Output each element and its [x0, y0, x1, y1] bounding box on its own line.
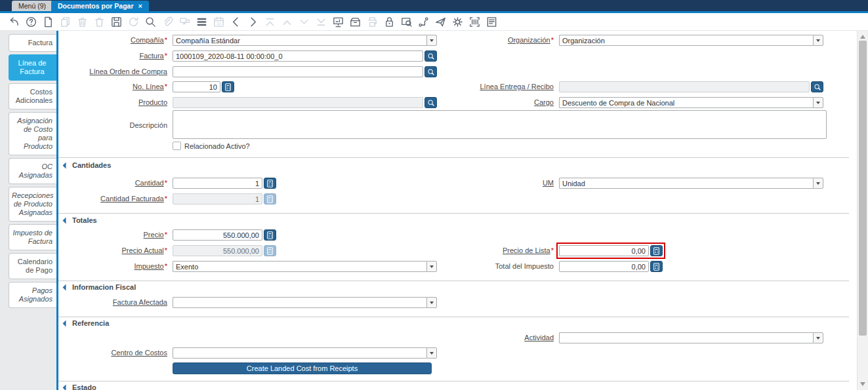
preferences-icon[interactable]	[449, 14, 466, 29]
vertical-scrollbar[interactable]	[857, 31, 868, 390]
chevron-down-icon[interactable]	[813, 332, 823, 343]
chevron-down-icon[interactable]	[813, 178, 823, 189]
relacionado-activo-checkbox[interactable]	[173, 142, 181, 150]
undo-icon[interactable]	[5, 14, 22, 29]
tab-documentos-por-pagar[interactable]: Documentos por Pagar ×	[51, 1, 149, 11]
producto-field-group	[173, 97, 437, 108]
help-icon[interactable]	[22, 14, 39, 29]
field-label-centro-de-costos: Centro de Costos	[58, 349, 167, 357]
linea-entrega-recibo-field-group	[559, 81, 823, 92]
sidebar-tab-linea-de-factura[interactable]: Línea de Factura	[9, 54, 56, 81]
field-label-cantidad-facturada: Cantidad Facturada*	[58, 195, 167, 203]
field-label-precio-de-lista: Precio de Lista*	[423, 246, 554, 254]
field-label-compania: Compañía*	[58, 36, 167, 44]
print-preview-icon[interactable]	[483, 14, 500, 29]
collapse-icon[interactable]	[63, 384, 70, 390]
section-informacion-fiscal[interactable]: Informacion Fiscal	[64, 283, 136, 291]
linea-orden-compra-input[interactable]	[173, 66, 423, 77]
section-referencia[interactable]: Referencia	[64, 319, 109, 327]
sidebar-tab-pagos-asignados[interactable]: Pagos Asignados	[9, 282, 56, 308]
sidebar-tab-costos-adicionales[interactable]: Costos Adicionales	[9, 83, 56, 109]
close-icon[interactable]: ×	[138, 2, 142, 10]
send-mail-icon[interactable]	[432, 14, 449, 29]
compania-input[interactable]	[173, 35, 426, 46]
attachment-icon	[159, 14, 176, 29]
field-label-factura-afectada: Factura Afectada	[58, 298, 167, 306]
calculator-button[interactable]	[650, 261, 663, 272]
organizacion-input[interactable]	[559, 35, 813, 46]
scroll-down-icon[interactable]	[860, 382, 865, 386]
um-input[interactable]	[559, 178, 813, 189]
chevron-down-icon[interactable]	[426, 297, 437, 308]
collapse-icon[interactable]	[63, 284, 70, 290]
section-estado[interactable]: Estado	[64, 383, 96, 390]
sidebar-tab-impuesto-de-factura[interactable]: Impuesto de Factura	[9, 224, 56, 250]
centro-de-costos-combobox	[173, 347, 437, 359]
detail-record-icon[interactable]	[244, 14, 261, 29]
section-separator	[58, 381, 849, 381]
save-icon[interactable]	[108, 14, 125, 29]
collapse-icon[interactable]	[63, 162, 70, 168]
factura-input[interactable]	[173, 50, 423, 62]
section-separator	[58, 281, 849, 281]
precio-input[interactable]	[173, 229, 262, 241]
scroll-up-icon[interactable]	[860, 35, 865, 39]
chevron-down-icon[interactable]	[813, 97, 823, 108]
new-record-icon[interactable]	[39, 14, 56, 29]
tab-menu[interactable]: Menú (9)	[12, 1, 52, 11]
chevron-down-icon[interactable]	[813, 35, 823, 46]
sidebar-tab-asignacion-de-costo[interactable]: Asignación de Costo para Producto	[9, 112, 56, 155]
precio-de-lista-field-group-highlighted	[559, 245, 663, 256]
section-separator	[58, 157, 849, 158]
required-marker: *	[165, 179, 167, 187]
factura-afectada-input[interactable]	[173, 297, 426, 308]
sidebar-tab-calendario-de-pago[interactable]: Calendario de Pago	[9, 253, 56, 279]
record-search-button[interactable]	[424, 50, 437, 62]
collapse-icon[interactable]	[63, 320, 70, 326]
relacionado-activo-label: Relacionado Activo?	[184, 142, 250, 150]
record-search-button[interactable]	[424, 66, 437, 77]
lock-icon[interactable]	[381, 14, 398, 29]
section-separator	[58, 213, 849, 214]
precio-actual-field-group	[173, 245, 276, 256]
grid-toggle-icon[interactable]	[193, 14, 210, 29]
sidebar-tab-oc-asignadas[interactable]: OC Asignadas	[9, 158, 56, 184]
chevron-down-icon[interactable]	[426, 347, 437, 359]
section-totales[interactable]: Totales	[64, 216, 97, 224]
cantidad-input[interactable]	[173, 178, 262, 189]
linea-orden-compra-field-group	[173, 66, 437, 77]
required-marker: *	[165, 231, 167, 239]
calculator-button[interactable]	[264, 178, 276, 189]
workflow-icon[interactable]	[415, 14, 432, 29]
precio-de-lista-input[interactable]	[559, 245, 649, 256]
find-icon[interactable]	[142, 14, 159, 29]
zoom-across-icon[interactable]	[398, 14, 415, 29]
chat-icon	[176, 14, 193, 29]
toolbar: 31	[0, 13, 868, 31]
centro-de-costos-input[interactable]	[173, 347, 426, 359]
actividad-input[interactable]	[559, 332, 813, 343]
field-label-no-linea: No. Línea*	[58, 83, 167, 90]
cargo-input[interactable]	[559, 97, 813, 108]
section-cantidades[interactable]: Cantidades	[64, 161, 111, 169]
parent-record-icon[interactable]	[227, 14, 244, 29]
factura-field-group	[173, 50, 437, 62]
sidebar-tab-factura[interactable]: Factura	[9, 34, 56, 52]
no-linea-input[interactable]	[173, 81, 220, 92]
descripcion-textarea[interactable]	[173, 110, 827, 139]
calculator-button-disabled	[264, 193, 276, 205]
compania-combobox	[173, 35, 437, 46]
impuesto-input[interactable]	[173, 261, 426, 272]
calculator-button[interactable]	[222, 81, 234, 92]
product-info-icon[interactable]	[466, 14, 483, 29]
calculator-button[interactable]	[650, 245, 663, 256]
scrollbar-thumb[interactable]	[859, 41, 867, 336]
sidebar-tab-recepciones[interactable]: Recepciones de Producto Asignadas	[9, 187, 56, 222]
total-del-impuesto-input[interactable]	[559, 261, 649, 272]
archive-icon[interactable]	[346, 14, 363, 29]
collapse-icon[interactable]	[63, 217, 70, 224]
calculator-button[interactable]	[264, 229, 276, 241]
create-landed-cost-button[interactable]: Create Landed Cost from Receipts	[173, 362, 432, 374]
record-search-button[interactable]	[811, 81, 823, 92]
report-icon[interactable]	[329, 14, 346, 29]
